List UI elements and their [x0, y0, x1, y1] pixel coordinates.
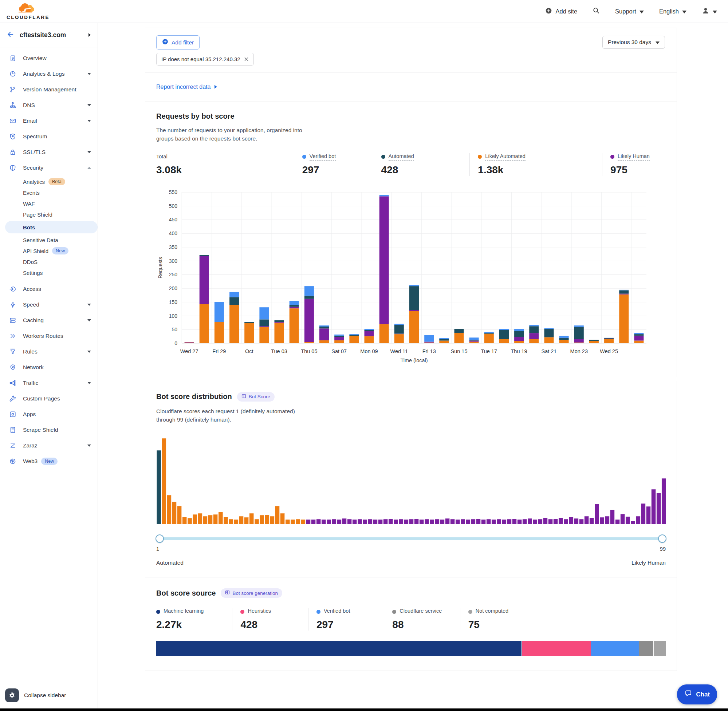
scrape-shield-icon: [9, 426, 16, 434]
chat-button[interactable]: Chat: [677, 684, 717, 704]
stat-cloudflare-service: Cloudflare service88: [384, 608, 459, 631]
sidebar-item-workers-routes[interactable]: Workers Routes: [0, 328, 97, 344]
svg-text:Mon 23: Mon 23: [570, 348, 588, 354]
collapse-sidebar-button[interactable]: Collapse sidebar: [0, 682, 97, 709]
sidebar-item-overview[interactable]: Overview: [0, 50, 97, 66]
sidebar-item-network[interactable]: Network: [0, 359, 97, 375]
slider-left-label: Automated: [156, 559, 183, 566]
sidebar-item-waf[interactable]: WAF: [0, 198, 97, 209]
sidebar-item-label: Sensitive Data: [23, 237, 58, 243]
sidebar-subnav-security: AnalyticsBetaEventsWAFPage ShieldBotsSen…: [0, 176, 97, 281]
close-icon[interactable]: [244, 57, 249, 62]
sidebar-nav: OverviewAnalytics & LogsVersion Manageme…: [0, 47, 97, 682]
sidebar-item-custom-pages[interactable]: Custom Pages: [0, 391, 97, 406]
slider-handle-max[interactable]: [658, 534, 666, 543]
sidebar-item-label: Analytics & Logs: [23, 71, 65, 77]
source-distribution-bar: [156, 641, 666, 656]
stat-value: 297: [302, 164, 369, 176]
svg-text:Requests: Requests: [157, 257, 163, 278]
legend-dot: [478, 155, 482, 159]
sidebar-item-spectrum[interactable]: Spectrum: [0, 128, 97, 144]
sidebar-item-api-shield[interactable]: API ShieldNew: [0, 245, 97, 256]
requests-bar-chart: 050100150200250300350400450500550Wed 27F…: [156, 187, 666, 370]
search-icon: [592, 7, 600, 16]
chat-bubble-icon: [684, 689, 692, 699]
requests-stats: Total3.08kVerified bot297Automated428Lik…: [156, 153, 666, 176]
sidebar-item-traffic[interactable]: Traffic: [0, 375, 97, 391]
sidebar-item-label: Events: [23, 190, 40, 196]
filter-chip[interactable]: IP does not equal 35.212.240.32: [156, 53, 254, 65]
legend-dot: [316, 610, 320, 614]
sidebar-item-settings[interactable]: Settings: [0, 267, 97, 278]
add-filter-button[interactable]: Add filter: [156, 35, 199, 50]
bot-score-badge[interactable]: Bot Score: [237, 392, 275, 401]
gear-icon[interactable]: [5, 689, 19, 702]
chevron-down-icon: [656, 39, 660, 46]
svg-text:50: 50: [171, 326, 177, 332]
sidebar-item-access[interactable]: Access: [0, 281, 97, 297]
slider-track[interactable]: [156, 537, 666, 540]
sidebar-item-ddos[interactable]: DDoS: [0, 256, 97, 267]
sidebar-item-analytics[interactable]: AnalyticsBeta: [0, 176, 97, 187]
chevron-up-icon: [87, 167, 91, 169]
sidebar-item-rules[interactable]: Rules: [0, 344, 97, 359]
language-menu[interactable]: English: [659, 8, 687, 15]
sidebar-item-dns[interactable]: DNS: [0, 97, 97, 113]
source-segment-verified-bot: [591, 641, 639, 656]
sidebar-item-label: Caching: [23, 317, 44, 324]
sidebar-item-analytics-logs[interactable]: Analytics & Logs: [0, 66, 97, 81]
source-segment-cloudflare-service: [639, 641, 653, 656]
stat-label: Verified bot: [310, 153, 336, 161]
stat-automated: Automated428: [373, 153, 470, 176]
badge-new: New: [41, 457, 58, 465]
email-icon: [9, 117, 16, 124]
sidebar-item-scrape-shield[interactable]: Scrape Shield: [0, 422, 97, 438]
back-arrow-icon[interactable]: [7, 31, 14, 40]
stat-label: Total: [156, 153, 167, 161]
svg-text:Fri 29: Fri 29: [212, 348, 226, 354]
traffic-icon: [9, 379, 16, 386]
sidebar-item-sensitive-data[interactable]: Sensitive Data: [0, 235, 97, 245]
dns-icon: [9, 102, 16, 109]
sidebar-item-apps[interactable]: Apps: [0, 406, 97, 422]
sidebar-item-version-management[interactable]: Version Management: [0, 81, 97, 97]
report-incorrect-data-link[interactable]: Report incorrect data: [156, 84, 217, 90]
sidebar-item-zaraz[interactable]: Zaraz: [0, 438, 97, 453]
sidebar-item-events[interactable]: Events: [0, 187, 97, 198]
account-menu[interactable]: [702, 7, 717, 16]
svg-text:200: 200: [169, 285, 178, 291]
date-range-dropdown[interactable]: Previous 30 days: [602, 36, 665, 49]
sidebar-item-email[interactable]: Email: [0, 113, 97, 128]
sidebar-item-page-shield[interactable]: Page Shield: [0, 209, 97, 220]
legend-dot: [392, 610, 396, 614]
stat-value: 1.38k: [478, 164, 598, 176]
chevron-right-icon[interactable]: [88, 33, 91, 37]
search-button[interactable]: [592, 7, 600, 16]
topnav-actions: Add site Support English: [545, 7, 717, 16]
sidebar-item-security[interactable]: Security: [0, 160, 97, 176]
chevron-down-icon: [87, 104, 91, 106]
sidebar-item-label: Version Management: [23, 86, 76, 93]
sidebar-item-speed[interactable]: Speed: [0, 297, 97, 312]
sidebar-item-ssl-tls[interactable]: SSL/TLS: [0, 144, 97, 160]
slider-handle-min[interactable]: [155, 534, 164, 543]
sidebar-item-bots[interactable]: Bots: [5, 221, 97, 233]
main-content: Add filter IP does not equal 35.212.240.…: [98, 23, 728, 709]
score-range-slider[interactable]: [156, 534, 666, 543]
bot-score-generation-badge[interactable]: Bot score generation: [221, 588, 282, 598]
sidebar-item-web3[interactable]: Web3New: [0, 453, 97, 469]
site-name[interactable]: cftestsite3.com: [20, 31, 66, 39]
support-menu[interactable]: Support: [615, 8, 644, 15]
slider-max-value: 99: [660, 546, 666, 552]
sidebar-item-label: Overview: [23, 55, 47, 62]
add-site-button[interactable]: Add site: [545, 7, 577, 16]
chevron-down-icon: [87, 304, 91, 306]
sidebar-item-caching[interactable]: Caching: [0, 312, 97, 328]
plus-circle-icon: [545, 7, 552, 16]
sidebar-item-label: Scrape Shield: [23, 427, 58, 433]
access-icon: [9, 285, 16, 293]
workers-icon: [9, 332, 16, 340]
legend-dot: [156, 610, 160, 614]
cloudflare-logo[interactable]: CLOUDFLARE: [7, 3, 50, 20]
stat-value: 975: [610, 164, 662, 176]
